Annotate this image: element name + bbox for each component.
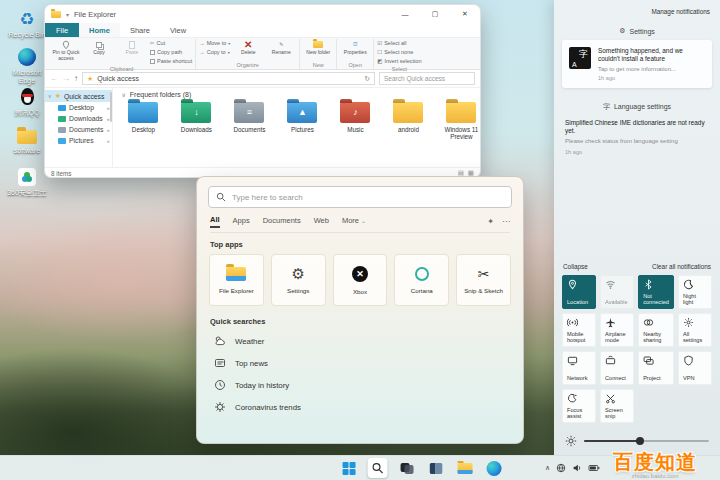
taskbar-edge-button[interactable] — [484, 458, 504, 478]
folder-item-music[interactable]: ♪ Music — [333, 102, 377, 140]
widgets-button[interactable] — [426, 458, 446, 478]
properties-button[interactable]: ☑ Properties — [340, 39, 370, 56]
folder-item-windows11-preview[interactable]: Windows 11 Preview — [439, 102, 481, 140]
sidebar-item-desktop[interactable]: Desktop● — [45, 102, 112, 113]
quick-search-coronavirus-trends[interactable]: Coronavirus trends — [214, 396, 506, 418]
folder-content-area: ∨ Frequent folders (8) Desktop ↓ Downloa… — [113, 88, 481, 167]
app-card-xbox[interactable]: ✕ Xbox — [333, 254, 388, 306]
ribbon-tabs: File Home Share View — [45, 23, 480, 38]
tile-screen-snip[interactable]: Screen snip — [600, 389, 634, 423]
tile-bluetooth[interactable]: Not connected — [638, 275, 674, 309]
folder-item-pictures[interactable]: ▲ Pictures — [280, 102, 324, 140]
back-button[interactable]: ← — [50, 74, 58, 83]
pin-to-quick-access-button[interactable]: Pin to Quick access — [51, 39, 81, 61]
language-settings-group-header[interactable]: 字 Language settings — [562, 102, 712, 112]
sidebar-item-documents[interactable]: Documents● — [45, 124, 112, 135]
quick-search-top-news[interactable]: Top news — [214, 352, 506, 374]
close-button[interactable]: ✕ — [450, 5, 480, 23]
rename-button[interactable]: ✎ Rename — [266, 39, 296, 56]
brightness-thumb[interactable] — [636, 437, 644, 445]
manage-notifications-link[interactable]: Manage notifications — [564, 8, 710, 15]
tab-apps[interactable]: Apps — [233, 216, 250, 227]
network-globe-icon[interactable] — [556, 463, 566, 473]
clear-all-notifications-link[interactable]: Clear all notifications — [652, 263, 711, 270]
tab-file[interactable]: File — [45, 23, 79, 37]
app-card-settings[interactable]: ⚙ Settings — [271, 254, 326, 306]
minimize-button[interactable]: — — [390, 5, 420, 23]
forward-button[interactable]: → — [62, 74, 70, 83]
speaker-icon[interactable] — [572, 463, 582, 473]
hidden-icons-chevron-icon[interactable]: ∧ — [545, 464, 550, 472]
tab-all[interactable]: All — [210, 215, 220, 228]
invert-selection-icon: ◩ — [377, 58, 382, 64]
select-all-button[interactable]: ☑Select all — [377, 39, 421, 47]
tile-network[interactable]: Network — [562, 351, 596, 385]
sidebar-item-quick-access[interactable]: ∨ ★ Quick access — [45, 90, 112, 102]
notification-card[interactable]: 字 A Something happened, and we couldn't … — [562, 40, 712, 88]
task-view-button[interactable] — [397, 458, 417, 478]
delete-button[interactable]: ✕ Delete — [233, 39, 263, 56]
tab-share[interactable]: Share — [120, 23, 160, 37]
move-to-icon: → — [199, 40, 205, 46]
app-card-file-explorer[interactable]: File Explorer — [209, 254, 264, 306]
copy-to-button[interactable]: →Copy to▾ — [199, 48, 230, 56]
explorer-titlebar[interactable]: ▾ File Explorer — ▢ ✕ — [45, 5, 480, 23]
tile-project[interactable]: Project — [638, 351, 674, 385]
explorer-search-input[interactable]: Search Quick access — [379, 72, 475, 85]
cut-button[interactable]: ✂Cut — [150, 39, 192, 47]
search-input[interactable] — [232, 193, 504, 202]
folder-icon — [393, 102, 423, 123]
sparkle-icon[interactable]: ✦ — [487, 217, 494, 226]
folder-item-downloads[interactable]: ↓ Downloads — [174, 102, 218, 140]
tile-vpn[interactable]: VPN — [678, 351, 712, 385]
tile-nearby-sharing[interactable]: Nearby sharing — [638, 313, 674, 347]
tile-location[interactable]: Location — [562, 275, 596, 309]
tab-web[interactable]: Web — [314, 216, 329, 227]
search-input-box[interactable] — [208, 186, 512, 208]
tile-wifi[interactable]: Available — [600, 275, 634, 309]
paste-button[interactable]: Paste — [117, 39, 147, 56]
quick-search-weather[interactable]: Weather — [214, 330, 506, 352]
weather-icon — [214, 335, 226, 347]
frequent-folders-header[interactable]: ∨ Frequent folders (8) — [121, 91, 481, 98]
start-button[interactable] — [339, 458, 359, 478]
folder-item-desktop[interactable]: Desktop — [121, 102, 165, 140]
tile-connect[interactable]: Connect — [600, 351, 634, 385]
tile-focus-assist[interactable]: Focus assist — [562, 389, 596, 423]
recycle-bin-icon: ♻ — [19, 9, 34, 30]
tab-more[interactable]: More⌄ — [342, 216, 366, 227]
sidebar-item-downloads[interactable]: Downloads● — [45, 113, 112, 124]
select-none-button[interactable]: ☐Select none — [377, 48, 421, 56]
address-bar[interactable]: ★ Quick access ↻ — [82, 72, 375, 85]
folder-item-android[interactable]: android — [386, 102, 430, 140]
app-card-cortana[interactable]: Cortana — [394, 254, 449, 306]
folder-item-documents[interactable]: ≡ Documents — [227, 102, 271, 140]
taskbar-file-explorer-button[interactable] — [455, 458, 475, 478]
app-card-snip-sketch[interactable]: ✂ Snip & Sketch — [456, 254, 511, 306]
tile-mobile-hotspot[interactable]: Mobile hotspot — [562, 313, 596, 347]
tab-view[interactable]: View — [160, 23, 196, 37]
copy-button[interactable]: Copy — [84, 39, 114, 56]
tile-all-settings[interactable]: All settings — [678, 313, 712, 347]
paste-shortcut-button[interactable]: Paste shortcut — [150, 57, 192, 65]
new-folder-button[interactable]: New folder — [303, 39, 333, 56]
language-notification[interactable]: Simplified Chinese IME dictionaries are … — [562, 117, 712, 157]
collapse-link[interactable]: Collapse — [563, 263, 588, 270]
up-button[interactable]: ↑ — [74, 74, 78, 83]
tile-night-light[interactable]: Night light — [678, 275, 712, 309]
quick-search-today-in-history[interactable]: Today in history — [214, 374, 506, 396]
sidebar-item-pictures[interactable]: Pictures● — [45, 135, 112, 146]
taskbar-search-button[interactable] — [368, 458, 388, 478]
invert-selection-button[interactable]: ◩Invert selection — [377, 57, 421, 65]
settings-group-header[interactable]: ⚙ Settings — [562, 27, 712, 35]
tab-documents[interactable]: Documents — [263, 216, 301, 227]
move-to-button[interactable]: →Move to▾ — [199, 39, 230, 47]
maximize-button[interactable]: ▢ — [420, 5, 450, 23]
brightness-slider[interactable] — [584, 440, 709, 442]
copy-path-button[interactable]: Copy path — [150, 48, 192, 56]
refresh-icon[interactable]: ↻ — [364, 75, 370, 83]
tile-airplane-mode[interactable]: Airplane mode — [600, 313, 634, 347]
more-options-icon[interactable]: ⋯ — [502, 217, 510, 226]
tab-home[interactable]: Home — [79, 23, 120, 37]
quick-access-toolbar-icon[interactable]: ▾ — [66, 11, 69, 18]
